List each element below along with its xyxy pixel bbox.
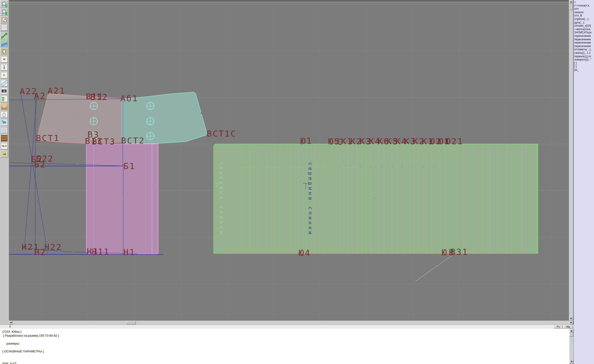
grid-icon-glyph bbox=[1, 25, 7, 31]
view-3d-icon-glyph: 3D bbox=[1, 120, 7, 125]
segment-tool-icon-glyph bbox=[1, 33, 7, 39]
garment-sketch-icon[interactable] bbox=[0, 111, 8, 118]
point-label: Ю4 bbox=[299, 248, 311, 258]
point-marker bbox=[195, 92, 196, 93]
scroll-left-icon[interactable]: ◀ bbox=[9, 321, 13, 324]
scroll-down-icon[interactable]: ▼ bbox=[569, 317, 573, 320]
command-item[interactable]: т:=точка(т.х, bbox=[574, 4, 594, 7]
command-item[interactable]: дуга(...); bbox=[574, 21, 594, 24]
command-item[interactable]: пересечение bbox=[574, 34, 594, 38]
command-item[interactable]: пересечение bbox=[574, 45, 594, 48]
segment-tool-icon[interactable] bbox=[0, 32, 8, 40]
algorithm-icon[interactable]: ALG bbox=[0, 142, 8, 150]
point-label: Б1 bbox=[123, 161, 135, 171]
command-item[interactable]: отл bbox=[574, 7, 594, 11]
image-icon[interactable] bbox=[0, 40, 8, 47]
code-line: размеры; bbox=[2, 342, 569, 345]
canvas-vscrollbar[interactable]: ▲ ▼ bbox=[569, 0, 573, 321]
status-value: 0 bbox=[9, 325, 11, 329]
app-window: +−MАG3DALG◄ А22А2А21В11В12Аб1ВСТ1В3В13ВС… bbox=[0, 0, 594, 364]
command-item[interactable]: рз_ bbox=[574, 68, 594, 72]
ruler-icon[interactable] bbox=[0, 79, 8, 87]
vscroll-thumb[interactable] bbox=[569, 4, 573, 10]
model-photo-icon[interactable] bbox=[0, 103, 8, 110]
centre-back-text: середина спинки bbox=[307, 162, 313, 236]
command-item[interactable]: [ ] bbox=[574, 65, 594, 68]
piece-preview-icon[interactable] bbox=[0, 16, 8, 24]
notch-dot bbox=[374, 198, 375, 199]
g-tool-icon-glyph: G bbox=[1, 72, 7, 78]
hscroll-thumb[interactable] bbox=[126, 321, 136, 324]
code-vscroll-thumb[interactable] bbox=[570, 333, 573, 337]
command-item[interactable]: = bbox=[574, 0, 594, 4]
view-3d-icon[interactable]: 3D bbox=[0, 119, 8, 126]
command-item[interactable]: отрезок( , ); bbox=[574, 17, 594, 21]
point-label: ВСТ3 bbox=[92, 137, 116, 146]
notch-dot bbox=[433, 166, 434, 167]
notch-dot bbox=[123, 198, 124, 199]
point-label: ВСТ1С bbox=[207, 129, 236, 139]
point-label: Н11 bbox=[92, 247, 110, 256]
books-icon[interactable] bbox=[0, 134, 8, 142]
command-item[interactable]: { } bbox=[574, 61, 594, 65]
point-label: Б2 bbox=[34, 160, 46, 169]
canvas-hscrollbar[interactable]: ◀ ▶ bbox=[9, 321, 573, 324]
rz-button[interactable]: Рз bbox=[554, 325, 563, 329]
zoom-in-icon-glyph: + bbox=[1, 1, 7, 7]
command-item[interactable]: перенос((),от bbox=[574, 55, 594, 58]
program-text-area[interactable]: {7203 Юбка } { Разработано на размер 155… bbox=[0, 329, 569, 364]
point-label: Н22 bbox=[44, 242, 62, 252]
command-item[interactable]: поворот(())..." bbox=[574, 58, 594, 61]
point-label: А2 bbox=[34, 91, 46, 101]
scroll-right-icon[interactable]: ▶ bbox=[569, 321, 573, 324]
command-item[interactable]: лекало bbox=[574, 11, 594, 14]
point-label: В12 bbox=[90, 92, 108, 102]
notch-dot bbox=[350, 166, 351, 167]
point-label: В31 bbox=[450, 247, 468, 257]
drafting-tools-icon[interactable]: А bbox=[0, 63, 8, 71]
command-item[interactable]: пересечение bbox=[574, 38, 594, 41]
command-item[interactable]: ЗАПИСАТЬ(и bbox=[574, 31, 594, 34]
grid-icon[interactable] bbox=[0, 24, 8, 32]
notch-dot bbox=[402, 166, 403, 167]
code-vscrollbar[interactable]: ▲ ▼ bbox=[569, 329, 574, 364]
g-tool-icon[interactable]: G bbox=[0, 71, 8, 79]
books-icon-glyph bbox=[1, 135, 7, 141]
model-photo-icon-glyph bbox=[1, 104, 7, 110]
code-line bbox=[2, 338, 569, 342]
report-table-icon[interactable] bbox=[0, 95, 8, 102]
drawing-canvas[interactable]: А22А2А21В11В12Аб1ВСТ1В3В13ВСТ3ВСТ2ВСТ1СБ… bbox=[9, 0, 569, 321]
notch-dot bbox=[339, 166, 340, 167]
clear-canvas-icon[interactable]: ◄ bbox=[0, 150, 8, 158]
code-line: {7203 Юбка } bbox=[2, 330, 569, 334]
scroll-up-icon[interactable]: ▲ bbox=[569, 0, 573, 4]
canvas-top-edge bbox=[9, 2, 569, 3]
point-marker bbox=[201, 113, 202, 114]
code-line: { Разработано на размер 155-73-60-82 } bbox=[2, 334, 569, 338]
command-item[interactable]: отл_В bbox=[574, 14, 594, 17]
zoom-in-icon[interactable]: + bbox=[0, 0, 8, 8]
command-item[interactable]: пересечение bbox=[574, 41, 594, 45]
code-scroll-up-icon[interactable]: ▲ bbox=[570, 329, 573, 333]
notch-dot bbox=[371, 166, 372, 167]
command-item[interactable]: сжать((),..1.1 bbox=[574, 51, 594, 55]
notch-dot bbox=[78, 117, 79, 118]
point-label: А21 bbox=[47, 86, 65, 96]
code-scroll-down-icon[interactable]: ▼ bbox=[570, 360, 573, 364]
drafting-tools-icon-glyph: А bbox=[1, 64, 7, 70]
md-button[interactable]: Мд bbox=[564, 325, 573, 329]
point-label: Н1 bbox=[123, 247, 135, 257]
zoom-out-icon[interactable]: − bbox=[0, 8, 8, 16]
code-line bbox=[2, 345, 569, 349]
command-item[interactable]: :=метка(точк bbox=[574, 28, 594, 31]
canvas-top-edge bbox=[9, 0, 569, 0]
notes-list-icon[interactable] bbox=[0, 126, 8, 134]
image-icon-glyph bbox=[1, 40, 7, 46]
command-item[interactable]: сплайн_к[10] bbox=[574, 24, 594, 28]
point-label: Ю1 bbox=[300, 136, 312, 146]
pattern-m-icon[interactable]: M bbox=[0, 55, 8, 63]
command-item[interactable]: отложить(...); bbox=[574, 48, 594, 51]
pattern-outline-icon[interactable] bbox=[0, 47, 8, 55]
camera-icon[interactable] bbox=[0, 87, 8, 95]
toolbar: +−MАG3DALG◄ bbox=[0, 0, 9, 324]
